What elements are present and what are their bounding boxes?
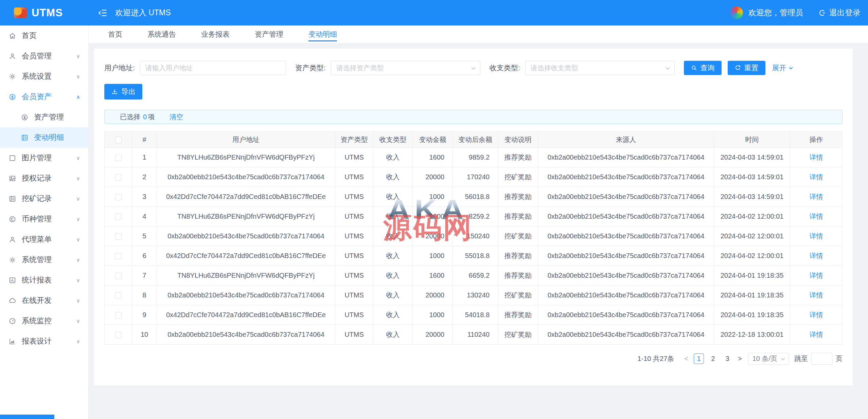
- tab[interactable]: 变动明细: [308, 25, 337, 43]
- reset-button[interactable]: 重置: [728, 61, 765, 75]
- chevron-icon: ∨: [76, 236, 80, 243]
- sidebar-item-label: 授权记录: [22, 173, 52, 183]
- cell-note: 推荐奖励: [498, 305, 538, 325]
- sidebar-item[interactable]: 会员资产 ∧: [0, 87, 88, 107]
- reset-button-label: 重置: [744, 63, 759, 73]
- detail-link[interactable]: 详情: [810, 193, 823, 200]
- jump-page-input[interactable]: [811, 353, 832, 365]
- sidebar-item[interactable]: 图片管理 ∨: [0, 148, 88, 168]
- cell-io-type: 收入: [373, 286, 413, 305]
- sidebar-item[interactable]: 代理菜单 ∨: [0, 229, 88, 250]
- tab[interactable]: 首页: [108, 25, 122, 43]
- header-source: 来源人: [538, 132, 714, 148]
- cell-checkbox: [105, 325, 132, 345]
- row-checkbox[interactable]: [115, 273, 122, 279]
- sidebar-collapse-icon[interactable]: [98, 8, 108, 18]
- cell-source: 0xb2a00ebb210e543c4be75cad0c6b737ca71740…: [538, 325, 714, 345]
- sidebar-item[interactable]: 资产管理: [0, 107, 88, 127]
- row-checkbox[interactable]: [115, 154, 122, 161]
- table-row: 3 0x42Dd7cCfe704472a7dd9Ced81c0bAB16C7ff…: [105, 187, 843, 207]
- cell-index: 4: [132, 207, 157, 226]
- cell-action: 详情: [790, 226, 843, 246]
- cell-amount: 20000: [413, 325, 453, 345]
- row-checkbox[interactable]: [115, 194, 122, 200]
- table-row: 9 0x42Dd7cCfe704472a7dd9Ced81c0bAB16C7ff…: [105, 305, 843, 325]
- filter-io-type: 收支类型: 请选择收支类型: [490, 61, 675, 75]
- tab[interactable]: 系统通告: [147, 25, 176, 43]
- prev-page-button[interactable]: <: [681, 355, 692, 363]
- sidebar-item[interactable]: 首页: [0, 25, 88, 46]
- sidebar-item[interactable]: 统计报表 ∨: [0, 270, 88, 290]
- tab[interactable]: 资产管理: [255, 25, 283, 43]
- cell-time: 2024-04-03 14:59:01: [714, 167, 790, 187]
- clear-selection-link[interactable]: 清空: [170, 112, 183, 122]
- detail-link[interactable]: 详情: [810, 232, 823, 240]
- header-right: 欢迎您，管理员 退出登录: [730, 6, 868, 19]
- app-logo: UTMS: [0, 7, 89, 19]
- logo-icon: [14, 7, 27, 18]
- row-checkbox[interactable]: [115, 233, 122, 240]
- sidebar-item[interactable]: 系统监控 ∨: [0, 311, 88, 331]
- detail-link[interactable]: 详情: [810, 272, 823, 279]
- row-checkbox[interactable]: [115, 292, 122, 299]
- power-icon: [818, 9, 826, 17]
- sidebar-item-label: 首页: [22, 31, 37, 41]
- table-row: 6 0x42Dd7cCfe704472a7dd9Ced81c0bAB16C7ff…: [105, 246, 843, 266]
- menu-icon: [8, 93, 16, 101]
- menu-icon: [8, 317, 16, 325]
- sidebar-item[interactable]: 挖矿记录 ∨: [0, 188, 88, 209]
- avatar[interactable]: [730, 6, 743, 19]
- expand-filters-link[interactable]: 展开: [772, 63, 792, 73]
- row-checkbox[interactable]: [115, 312, 122, 318]
- page-number-button[interactable]: 1: [694, 353, 704, 364]
- cell-balance: 55018.8: [453, 246, 498, 266]
- cell-time: 2024-04-01 19:18:35: [714, 305, 790, 325]
- row-checkbox[interactable]: [115, 174, 122, 181]
- user-address-input[interactable]: [140, 61, 286, 75]
- sidebar-item-label: 会员管理: [22, 51, 52, 61]
- detail-link[interactable]: 详情: [810, 213, 823, 220]
- cell-action: 详情: [790, 246, 843, 266]
- cell-checkbox: [105, 187, 132, 207]
- tab[interactable]: 业务报表: [201, 25, 230, 43]
- search-button[interactable]: 查询: [684, 61, 722, 75]
- sidebar-item[interactable]: 在线开发 ∨: [0, 290, 88, 311]
- download-icon: [111, 88, 118, 95]
- cell-index: 2: [132, 167, 157, 187]
- row-checkbox[interactable]: [115, 214, 122, 220]
- row-checkbox[interactable]: [115, 253, 122, 259]
- cell-amount: 1000: [413, 305, 453, 325]
- page-number-button[interactable]: 2: [708, 353, 718, 364]
- next-page-button[interactable]: >: [734, 355, 745, 363]
- detail-link[interactable]: 详情: [810, 291, 823, 299]
- header-welcome-text: 欢迎进入 UTMS: [115, 7, 171, 18]
- sidebar-item[interactable]: 授权记录 ∨: [0, 168, 88, 188]
- export-button[interactable]: 导出: [104, 84, 142, 99]
- detail-link[interactable]: 详情: [810, 252, 823, 259]
- header-note: 变动说明: [498, 132, 538, 148]
- cell-source: 0xb2a00ebb210e543c4be75cad0c6b737ca71740…: [538, 187, 714, 207]
- select-all-checkbox[interactable]: [115, 137, 122, 143]
- detail-link[interactable]: 详情: [810, 311, 823, 318]
- detail-link[interactable]: 详情: [810, 173, 823, 181]
- sidebar-item[interactable]: 会员管理 ∨: [0, 46, 88, 66]
- menu-icon: [8, 52, 16, 60]
- sidebar-item[interactable]: 币种管理 ∨: [0, 209, 88, 229]
- menu-icon: [8, 256, 16, 264]
- page-size-select[interactable]: 10 条/页: [748, 353, 789, 365]
- cell-balance: 110240: [453, 325, 498, 345]
- row-checkbox[interactable]: [115, 332, 122, 338]
- cell-io-type: 收入: [373, 187, 413, 207]
- detail-link[interactable]: 详情: [810, 331, 823, 338]
- chevron-icon: ∨: [76, 175, 80, 182]
- cell-amount: 20000: [413, 167, 453, 187]
- sidebar-item[interactable]: 系统管理 ∨: [0, 250, 88, 270]
- asset-type-select[interactable]: 请选择资产类型: [331, 61, 480, 75]
- io-type-select[interactable]: 请选择收支类型: [525, 61, 675, 75]
- sidebar-item[interactable]: 报表设计 ∨: [0, 331, 88, 351]
- logout-button[interactable]: 退出登录: [818, 7, 861, 18]
- page-number-button[interactable]: 3: [722, 353, 732, 364]
- sidebar-item[interactable]: 变动明细: [0, 127, 88, 148]
- detail-link[interactable]: 详情: [810, 153, 823, 161]
- sidebar-item[interactable]: 系统设置 ∨: [0, 66, 88, 87]
